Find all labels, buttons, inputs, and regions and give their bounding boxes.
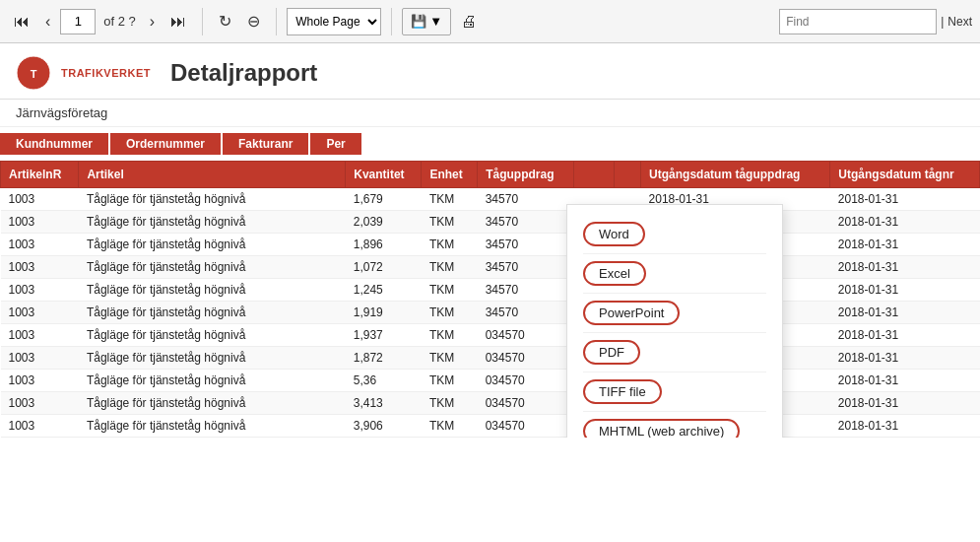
table-row: 1003Tågläge för tjänstetåg högnivå3,906T… bbox=[1, 415, 980, 438]
table-cell: Tågläge för tjänstetåg högnivå bbox=[79, 415, 346, 438]
table-cell: 1003 bbox=[1, 324, 79, 347]
table-cell: TKM bbox=[422, 256, 478, 279]
table-cell: 2018-01-31 bbox=[830, 188, 980, 211]
report-subtitle: Järnvägsföretag bbox=[0, 100, 980, 127]
table-cell: 1003 bbox=[1, 415, 79, 438]
trafikverket-logo-icon: T bbox=[16, 55, 51, 91]
find-next-label[interactable]: Next bbox=[947, 15, 972, 29]
table-cell: 2018-01-31 bbox=[830, 234, 980, 256]
export-option-label-powerpoint: PowerPoint bbox=[583, 301, 680, 325]
filter-ordernummer: Ordernummer bbox=[110, 133, 221, 155]
table-cell: 1003 bbox=[1, 188, 79, 211]
table-row: 1003Tågläge för tjänstetåg högnivå1,072T… bbox=[1, 256, 980, 279]
export-option-pdf[interactable]: PDF bbox=[583, 333, 766, 373]
sep2 bbox=[276, 8, 277, 35]
table-cell: 1003 bbox=[1, 256, 79, 279]
export-option-label-tiff: TIFF file bbox=[583, 379, 662, 404]
col-col7 bbox=[614, 162, 640, 188]
export-option-label-pdf: PDF bbox=[583, 340, 640, 365]
table-cell: 2018-01-31 bbox=[830, 347, 980, 370]
filter-per: Per bbox=[310, 133, 360, 155]
table-row: 1003Tågläge för tjänstetåg högnivå5,36TK… bbox=[1, 370, 980, 392]
report-title: Detaljrapport bbox=[170, 59, 317, 87]
zoom-select[interactable]: Whole Page Fit Width Fit Height Actual S… bbox=[287, 8, 381, 35]
table-cell: 1,072 bbox=[346, 256, 422, 279]
page-number-input[interactable]: 1 bbox=[60, 9, 96, 34]
table-row: 1003Tågläge för tjänstetåg högnivå1,679T… bbox=[1, 188, 980, 211]
table-row: 1003Tågläge för tjänstetåg högnivå2,039T… bbox=[1, 211, 980, 234]
next-page-button[interactable]: › bbox=[144, 9, 161, 34]
filter-fakturanr: Fakturanr bbox=[223, 133, 308, 155]
table-cell: 1003 bbox=[1, 234, 79, 256]
table-cell: 1,919 bbox=[346, 302, 422, 324]
print-button[interactable]: 🖨 bbox=[455, 9, 483, 34]
table-cell: 3,906 bbox=[346, 415, 422, 438]
table-cell: 1003 bbox=[1, 392, 79, 415]
table-cell: Tågläge för tjänstetåg högnivå bbox=[79, 392, 346, 415]
table-cell: TKM bbox=[422, 370, 478, 392]
table-cell: 034570 bbox=[478, 415, 573, 438]
table-cell: 2,039 bbox=[346, 211, 422, 234]
table-cell: 2018-01-31 bbox=[830, 415, 980, 438]
table-cell: TKM bbox=[422, 302, 478, 324]
export-option-powerpoint[interactable]: PowerPoint bbox=[583, 294, 766, 333]
table-body: 1003Tågläge för tjänstetåg högnivå1,679T… bbox=[1, 188, 980, 438]
table-cell: TKM bbox=[422, 211, 478, 234]
first-page-button[interactable]: ⏮ bbox=[8, 9, 35, 34]
table-cell: 1,872 bbox=[346, 347, 422, 370]
table-cell: 34570 bbox=[478, 211, 573, 234]
back-button[interactable]: ⊖ bbox=[241, 8, 266, 34]
table-row: 1003Tågläge för tjänstetåg högnivå1,896T… bbox=[1, 234, 980, 256]
table-cell: Tågläge för tjänstetåg högnivå bbox=[79, 370, 346, 392]
table-cell: 5,36 bbox=[346, 370, 422, 392]
table-cell: 1,245 bbox=[346, 279, 422, 302]
col-enhet: Enhet bbox=[422, 162, 478, 188]
col-artikel: Artikel bbox=[79, 162, 346, 188]
table-cell: 1003 bbox=[1, 211, 79, 234]
table-cell: Tågläge för tjänstetåg högnivå bbox=[79, 211, 346, 234]
table-cell: 2018-01-31 bbox=[830, 392, 980, 415]
table-cell: 2018-01-31 bbox=[830, 324, 980, 347]
table-cell: 2018-01-31 bbox=[830, 370, 980, 392]
sep3 bbox=[391, 8, 392, 35]
export-option-mhtml[interactable]: MHTML (web archive) bbox=[583, 412, 766, 438]
table-row: 1003Tågläge för tjänstetåg högnivå1,245T… bbox=[1, 279, 980, 302]
table-cell: TKM bbox=[422, 324, 478, 347]
export-option-label-excel: Excel bbox=[583, 261, 646, 286]
table-cell: 034570 bbox=[478, 347, 573, 370]
refresh-button[interactable]: ↻ bbox=[213, 8, 237, 34]
table-header-row: ArtikelnR Artikel Kvantitet Enhet Tågupp… bbox=[1, 162, 980, 188]
last-page-button[interactable]: ⏭ bbox=[164, 9, 192, 34]
table-cell: 34570 bbox=[478, 188, 573, 211]
table-cell: Tågläge för tjänstetåg högnivå bbox=[79, 347, 346, 370]
col-artikelnr: ArtikelnR bbox=[1, 162, 79, 188]
col-utgangsdatum-taguppdrag: Utgångsdatum tåguppdrag bbox=[641, 162, 830, 188]
export-option-excel[interactable]: Excel bbox=[583, 254, 766, 294]
table-cell: 1,937 bbox=[346, 324, 422, 347]
save-icon: 💾 bbox=[411, 14, 426, 29]
find-input[interactable] bbox=[779, 9, 937, 34]
logo-area: T TRAFIKVERKET bbox=[16, 55, 151, 91]
col-kvantitet: Kvantitet bbox=[346, 162, 422, 188]
table-cell: 1003 bbox=[1, 302, 79, 324]
table-cell: Tågläge för tjänstetåg högnivå bbox=[79, 279, 346, 302]
export-option-word[interactable]: Word bbox=[583, 215, 766, 254]
table-cell: 1003 bbox=[1, 370, 79, 392]
table-cell: 034570 bbox=[478, 370, 573, 392]
save-button[interactable]: 💾 ▼ bbox=[402, 8, 451, 35]
report-header: T TRAFIKVERKET Detaljrapport bbox=[0, 43, 980, 100]
prev-page-button[interactable]: ‹ bbox=[39, 9, 56, 34]
table-cell: 34570 bbox=[478, 256, 573, 279]
table-cell: 2018-01-31 bbox=[830, 211, 980, 234]
filter-row: Kundnummer Ordernummer Fakturanr Per bbox=[0, 127, 980, 161]
col-taguppdrag: Tåguppdrag bbox=[478, 162, 573, 188]
save-dropdown-arrow: ▼ bbox=[429, 14, 442, 29]
export-option-tiff[interactable]: TIFF file bbox=[583, 373, 766, 412]
table-cell: 2018-01-31 bbox=[830, 302, 980, 324]
svg-text:T: T bbox=[31, 68, 37, 80]
table-cell: TKM bbox=[422, 392, 478, 415]
table-cell: Tågläge för tjänstetåg högnivå bbox=[79, 234, 346, 256]
toolbar: ⏮ ‹ 1 of 2 ? › ⏭ ↻ ⊖ Whole Page Fit Widt… bbox=[0, 0, 980, 43]
table-cell: Tågläge för tjänstetåg högnivå bbox=[79, 302, 346, 324]
table-cell: 34570 bbox=[478, 302, 573, 324]
